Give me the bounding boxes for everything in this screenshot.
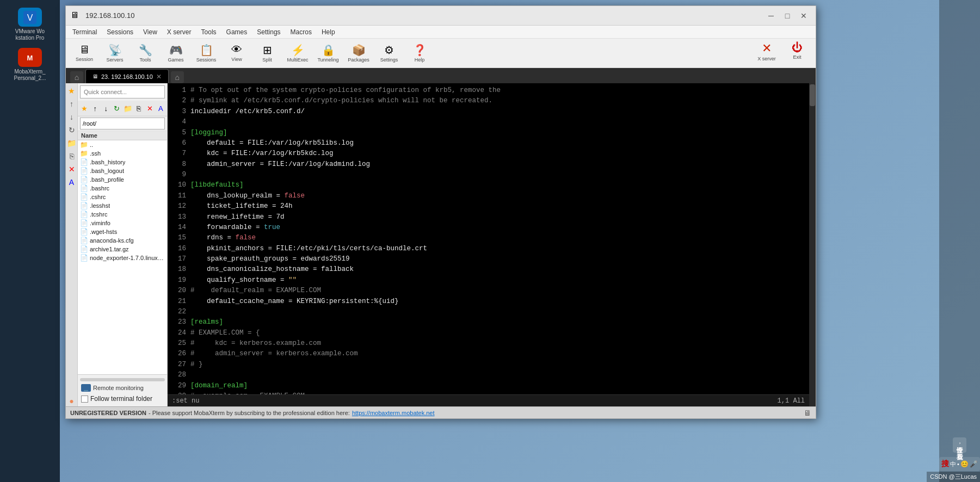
split-button[interactable]: ⊞ Split [253, 40, 281, 66]
terminal-scrollbar[interactable] [809, 83, 816, 406]
sidebar-scrollbar[interactable] [80, 378, 165, 381]
term-line-18: 18 dns_canonicalize_hostname = fallback [171, 264, 806, 275]
vert-refresh-icon[interactable]: ↻ [66, 125, 77, 135]
scroll-thumb[interactable] [810, 84, 815, 106]
home-tab-button[interactable]: ⌂ [70, 71, 83, 83]
vmware-icon[interactable]: V VMware Wokstation Pro [8, 5, 52, 44]
help-button[interactable]: ❓ Help [405, 40, 434, 66]
sougou-icon: 搜 [941, 459, 949, 469]
menu-macros[interactable]: Macros [286, 27, 316, 37]
sb-download-button[interactable]: ↓ [101, 102, 111, 114]
close-button[interactable]: ✕ [796, 9, 811, 22]
vert-upload-icon[interactable]: ↑ [66, 98, 77, 109]
ad-button[interactable]: 个性设置，点我看看 [953, 437, 966, 453]
window-icon: 🖥 [70, 10, 81, 21]
tools-label: Tools [139, 58, 151, 63]
sougou-lang-indicator[interactable]: 中 [950, 460, 956, 468]
line-1-content: # To opt out of the system crypto-polici… [190, 85, 501, 96]
term-line-26: 26 # admin_server = kerberos.example.com [171, 349, 806, 359]
right-panel: 个性设置，点我看看 搜 中 • 😊 🎤 [939, 0, 980, 482]
sb-delete-button[interactable]: ✕ [145, 102, 155, 114]
menu-tools[interactable]: Tools [197, 27, 221, 37]
status-link[interactable]: https://mobaxterm.mobatek.net [352, 410, 435, 416]
follow-folder-checkbox[interactable] [81, 396, 88, 403]
line-num-23: 23 [171, 317, 186, 327]
tab-close-button[interactable]: ✕ [156, 73, 162, 81]
vert-orange-icon[interactable]: ● [66, 396, 77, 406]
tree-item-bash-logout[interactable]: 📄 .bash_logout [78, 166, 167, 175]
line-num-29: 29 [171, 381, 186, 391]
tools-button[interactable]: 🔧 Tools [131, 40, 159, 66]
tab-breadcrumb-button[interactable]: ⌂ [171, 71, 184, 83]
tree-item-archive[interactable]: 📄 archive1.tar.gz [78, 245, 167, 254]
tree-item-tcshrc[interactable]: 📄 .tcshrc [78, 210, 167, 219]
sb-text-button[interactable]: A [156, 102, 166, 114]
menu-settings[interactable]: Settings [252, 27, 285, 37]
term-line-25: 25 # kdc = kerberos.example.com [171, 338, 806, 349]
quick-connect-input[interactable] [80, 85, 165, 98]
status-info-icon[interactable]: 🖥 [804, 409, 811, 417]
x-server-button[interactable]: ✕ X server [753, 40, 781, 66]
tree-item-dotdot[interactable]: 📁 .. [78, 140, 167, 149]
tree-item-lesshst[interactable]: 📄 .lesshst [78, 201, 167, 210]
menu-terminal[interactable]: Terminal [68, 27, 101, 37]
line-12-content: ticket_lifetime = 24h [190, 201, 293, 212]
line-num-24: 24 [171, 328, 186, 338]
menu-sessions[interactable]: Sessions [102, 27, 138, 37]
vert-star-icon[interactable]: ★ [66, 85, 77, 96]
line-6-content: default = FILE:/var/log/krb5libs.log [190, 138, 354, 149]
tree-item-bash-history[interactable]: 📄 .bash_history [78, 158, 167, 166]
vert-text-icon[interactable]: A [66, 177, 77, 188]
menu-xserver[interactable]: X server [163, 27, 196, 37]
settings-button[interactable]: ⚙ Settings [375, 40, 403, 66]
tree-item-bashrc[interactable]: 📄 .bashrc [78, 184, 167, 193]
tree-item-cshrc[interactable]: 📄 .cshrc [78, 193, 167, 201]
vert-copy-icon[interactable]: ⎘ [66, 151, 77, 162]
vert-sidebar: ★ ↑ ↓ ↻ 📁 ⎘ ✕ A ● [66, 83, 78, 406]
sessions-button[interactable]: 📋 Sessions [192, 40, 220, 66]
session-button[interactable]: 🖥 Session [70, 40, 98, 66]
tree-item-anaconda[interactable]: 📄 anaconda-ks.cfg [78, 236, 167, 245]
tab-session-23[interactable]: 🖥 23. 192.168.100.10 ✕ [85, 69, 169, 83]
tree-item-viminfo[interactable]: 📄 .viminfo [78, 219, 167, 227]
servers-button[interactable]: 📡 Servers [101, 40, 129, 66]
sb-copy-button[interactable]: ⎘ [134, 102, 144, 114]
line-num-18: 18 [171, 264, 186, 275]
sb-new-folder-button[interactable]: 📁 [123, 102, 133, 114]
help-label: Help [415, 58, 425, 63]
tree-item-wget-hsts[interactable]: 📄 .wget-hsts [78, 227, 167, 236]
sougou-emoji[interactable]: 😊 [960, 460, 969, 468]
maximize-button[interactable]: □ [780, 9, 795, 22]
games-button[interactable]: 🎮 Games [162, 40, 190, 66]
sb-upload-button[interactable]: ↑ [90, 102, 100, 114]
favorites-button[interactable]: ★ [79, 102, 89, 114]
tree-item-node-exporter[interactable]: 📄 node_exporter-1.7.0.linux-amd... [78, 254, 167, 262]
tab-bar: ⌂ 🖥 23. 192.168.100.10 ✕ ⌂ [66, 68, 816, 83]
sb-refresh-button[interactable]: ↻ [112, 102, 122, 114]
multiexec-button[interactable]: ⚡ MultiExec [283, 40, 312, 66]
menu-view[interactable]: View [139, 27, 162, 37]
tunneling-button[interactable]: 🔒 Tunneling [314, 40, 342, 66]
line-num-4: 4 [171, 117, 186, 127]
tree-item-bash-profile[interactable]: 📄 .bash_profile [78, 175, 167, 184]
menu-games[interactable]: Games [222, 27, 252, 37]
sougou-mic[interactable]: 🎤 [970, 460, 978, 468]
remote-monitoring-button[interactable]: Remote monitoring [80, 382, 165, 393]
exit-button[interactable]: ⏻ Exit [783, 40, 811, 66]
vert-folder-icon[interactable]: 📁 [66, 138, 77, 149]
line-20-content: # default_realm = EXAMPLE.COM [190, 286, 321, 296]
file-icon-lesshst: 📄 [80, 202, 88, 209]
view-button[interactable]: 👁 View [223, 40, 251, 66]
path-input[interactable] [80, 118, 165, 129]
packages-button[interactable]: 📦 Packages [344, 40, 373, 66]
terminal-area[interactable]: 1 # To opt out of the system crypto-poli… [168, 83, 809, 406]
mobaxterm-taskbar-label: MobaXterm_Personal_2... [14, 69, 46, 82]
vert-download-icon[interactable]: ↓ [66, 112, 77, 122]
minimize-button[interactable]: ─ [763, 9, 779, 22]
tree-item-ssh[interactable]: 📁 .ssh [78, 149, 167, 158]
follow-terminal-folder[interactable]: Follow terminal folder [80, 393, 165, 404]
menu-help[interactable]: Help [317, 27, 340, 37]
footer-scroll: All [793, 397, 805, 405]
mobaxterm-taskbar-icon[interactable]: M MobaXterm_Personal_2... [8, 46, 52, 84]
vert-delete-icon[interactable]: ✕ [66, 164, 77, 175]
